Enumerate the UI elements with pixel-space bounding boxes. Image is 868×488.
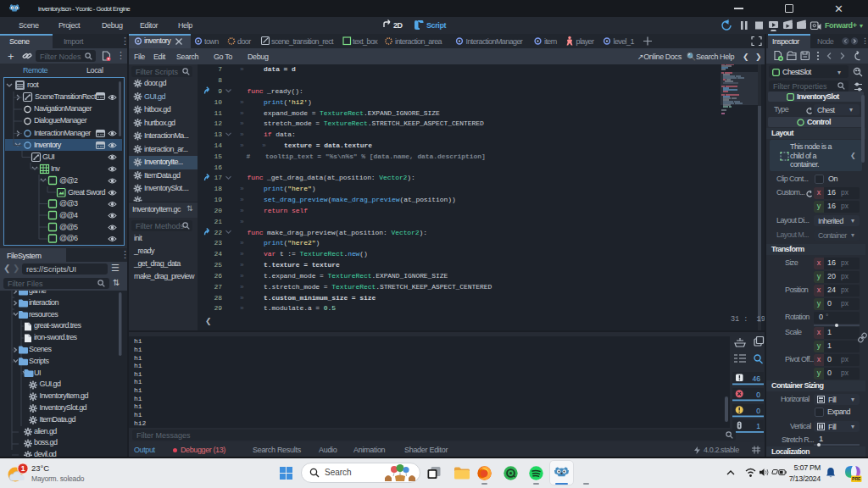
- svg-text:0: 0: [756, 407, 760, 415]
- svg-text:PRE: PRE: [852, 476, 861, 481]
- svg-text:1: 1: [756, 422, 760, 430]
- svg-text:46: 46: [753, 374, 761, 383]
- svg-text:1: 1: [21, 464, 25, 473]
- svg-text:0: 0: [756, 391, 760, 399]
